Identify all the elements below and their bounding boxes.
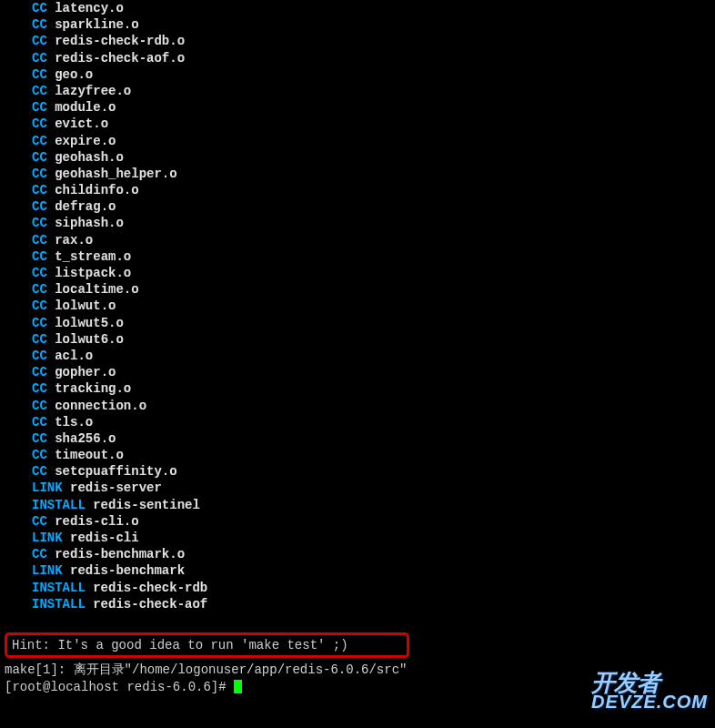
compile-cmd: CC [32,167,47,181]
compile-cmd: CC [32,1,47,15]
compile-cmd: INSTALL [32,581,86,595]
compile-file: localtime.o [55,282,138,297]
compile-file: latency.o [55,1,124,15]
compile-file: expire.o [55,134,116,148]
compile-file: t_stream.o [55,249,131,264]
compile-cmd: CC [32,216,47,230]
compile-cmd: CC [32,332,47,347]
compile-cmd: CC [32,381,47,396]
compile-line: CC geohash.o [5,149,710,166]
compile-file: redis-check-aof.o [55,51,185,66]
compile-file: tls.o [55,415,93,430]
compile-cmd: LINK [32,480,63,495]
compile-file: childinfo.o [55,183,138,197]
compile-file: lolwut6.o [55,332,124,347]
compile-file: module.o [55,100,116,115]
compile-cmd: CC [32,298,47,313]
compile-line: CC sha256.o [5,430,710,447]
compile-cmd: INSTALL [32,498,86,512]
compile-output-block: CC latency.oCC sparkline.oCC redis-check… [5,0,710,612]
compile-line: CC lolwut.o [5,298,710,314]
compile-line: CC t_stream.o [5,248,710,265]
compile-line: INSTALL redis-check-rdb [5,580,710,596]
compile-cmd: CC [32,514,47,529]
compile-file: tracking.o [55,381,131,396]
compile-cmd: CC [32,266,47,280]
compile-file: redis-benchmark.o [55,547,185,561]
compile-cmd: CC [32,150,47,165]
compile-file: setcpuaffinity.o [55,464,176,479]
compile-cmd: CC [32,199,47,214]
watermark-bottom: DEVZE.COM [591,693,708,710]
compile-cmd: LINK [32,531,63,545]
compile-cmd: CC [32,51,47,66]
compile-cmd: CC [32,316,47,330]
compile-line: CC redis-benchmark.o [5,546,710,562]
compile-line: CC setcpuaffinity.o [5,463,710,480]
compile-file: redis-server [70,480,162,495]
compile-line: INSTALL redis-check-aof [5,596,710,612]
blank-line [5,612,710,629]
compile-file: redis-benchmark [70,563,185,578]
prompt-text: [root@localhost redis-6.0.6]# [5,680,234,694]
compile-line: CC timeout.o [5,447,710,463]
compile-line: INSTALL redis-sentinel [5,497,710,513]
compile-line: CC connection.o [5,398,710,414]
compile-line: CC tls.o [5,414,710,430]
cursor [234,680,242,693]
compile-line: CC defrag.o [5,198,710,215]
compile-file: rax.o [55,233,93,248]
compile-cmd: CC [32,282,47,297]
compile-file: defrag.o [55,199,116,214]
compile-cmd: CC [32,134,47,148]
terminal-output[interactable]: CC latency.oCC sparkline.oCC redis-check… [0,0,715,695]
compile-file: lazyfree.o [55,84,131,98]
compile-line: CC latency.o [5,0,710,16]
compile-line: CC lazyfree.o [5,83,710,99]
compile-cmd: CC [32,34,47,48]
compile-line: CC listpack.o [5,265,710,281]
compile-cmd: CC [32,183,47,197]
compile-line: CC acl.o [5,348,710,364]
compile-cmd: LINK [32,563,63,578]
compile-line: CC geohash_helper.o [5,166,710,182]
compile-cmd: CC [32,116,47,131]
compile-cmd: CC [32,17,47,32]
compile-cmd: CC [32,365,47,379]
compile-cmd: CC [32,415,47,430]
compile-cmd: CC [32,349,47,363]
hint-text: Hint: It's a good idea to run 'make test… [12,638,348,652]
compile-line: CC redis-cli.o [5,513,710,530]
compile-line: CC gopher.o [5,364,710,380]
compile-file: listpack.o [55,266,131,280]
compile-line: LINK redis-server [5,480,710,496]
compile-cmd: INSTALL [32,597,86,612]
compile-cmd: CC [32,547,47,561]
compile-cmd: CC [32,448,47,462]
compile-line: CC evict.o [5,116,710,132]
compile-line: CC sparkline.o [5,16,710,33]
hint-highlight-box: Hint: It's a good idea to run 'make test… [5,632,409,658]
compile-line: CC localtime.o [5,281,710,298]
compile-cmd: CC [32,233,47,248]
compile-line: CC module.o [5,99,710,116]
compile-cmd: CC [32,399,47,413]
compile-file: redis-check-aof [93,597,207,612]
compile-cmd: CC [32,100,47,115]
watermark-top: 开发者 [591,672,708,693]
compile-file: lolwut.o [55,298,116,313]
compile-file: sparkline.o [55,17,138,32]
compile-line: CC redis-check-aof.o [5,50,710,66]
compile-line: CC geo.o [5,66,710,83]
compile-line: CC rax.o [5,232,710,248]
compile-cmd: CC [32,67,47,82]
compile-line: CC siphash.o [5,215,710,231]
compile-line: CC lolwut6.o [5,331,710,348]
compile-cmd: CC [32,464,47,479]
compile-file: gopher.o [55,365,116,379]
compile-file: redis-cli [70,531,139,545]
compile-file: timeout.o [55,448,124,462]
compile-file: lolwut5.o [55,316,124,330]
compile-line: CC redis-check-rdb.o [5,33,710,49]
compile-line: CC childinfo.o [5,182,710,198]
